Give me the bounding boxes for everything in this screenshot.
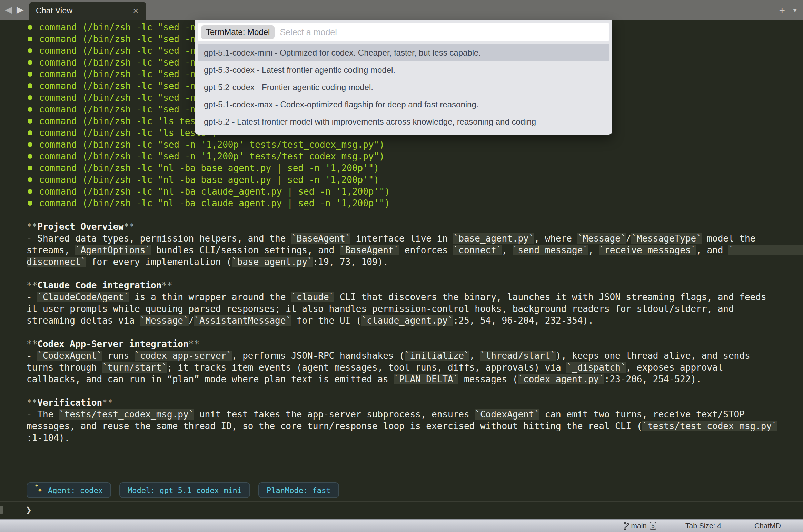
prose-text: unit test fakes the app-server subproces… [194,409,475,420]
prose: **Project Overview**- Shared data types,… [27,221,803,444]
sparkles-icon: ✦✦ [35,485,45,495]
chip-agent[interactable]: ✦✦Agent: codex [27,482,111,498]
command-text: command (/bin/zsh -lc "sed -n '1,200p' t… [39,139,385,150]
inline-code: `Message` [577,233,626,244]
section: **Verification**- The `tests/test_codex_… [27,397,803,444]
inline-code: `CodexAgent` [37,351,102,361]
bullet-icon [28,83,32,88]
palette-input[interactable]: TermMate: Model Select a model [198,23,609,41]
prose-text: for every implementation ( [86,257,232,267]
inline-code: `AssistantMessage` [194,315,291,326]
tab-chat-view[interactable]: Chat View ✕ [29,2,146,20]
bullet-icon [28,107,32,112]
bullet-icon [28,37,32,41]
prose-text: streaming deltas via [27,315,140,326]
bullet-icon [28,25,32,30]
section: **Project Overview**- Shared data types,… [27,221,803,268]
palette-item[interactable]: gpt-5.3-codex - Latest frontier agentic … [198,61,609,79]
bullet-icon [28,119,32,124]
prose-text: can emit two turns, receive text/STOP [539,409,745,420]
inline-code: `tests/test_codex_msg.py` [59,409,194,420]
inline-code: `BaseAgent` [291,233,350,244]
prose-text: , performs JSON-RPC handshakes ( [232,351,405,361]
prose-text: :19, 73, 109). [313,257,388,267]
chip-planmode[interactable]: PlanMode: fast [258,482,339,498]
close-icon[interactable]: ✕ [132,7,139,15]
prose-text: messages, and reuse the same thread ID, … [27,421,642,431]
palette-item[interactable]: gpt-5.2-codex - Frontier agentic coding … [198,79,609,96]
inline-code: `connect` [453,245,502,255]
app-window: ◀ ▶ Chat View ✕ + ▼ command (/bin/zsh -l… [0,0,803,532]
command-text: command (/bin/zsh -lc "nl -ba claude_age… [39,186,390,197]
bullet-icon [28,72,32,77]
prose-text: / [626,233,632,244]
prose-text: model the [702,233,756,244]
command-line: command (/bin/zsh -lc "sed -n '1,200p' t… [27,150,390,162]
sparkle-small: ✦ [35,484,38,488]
bold-marker: ** [27,339,37,349]
palette-item[interactable]: gpt-5.1-codex-mini - Optimized for codex… [198,44,609,61]
command-line: command (/bin/zsh -lc "nl -ba base_agent… [27,162,390,174]
git-branch[interactable]: main 5 [623,521,657,530]
bullet-icon [28,60,32,65]
nav-back-icon[interactable]: ◀ [5,4,12,16]
new-tab-icon[interactable]: + [779,4,785,16]
prose-line: messages, and reuse the same thread ID, … [27,420,803,432]
bullet-icon [28,95,32,100]
palette-placeholder: Select a model [280,27,337,37]
palette-item[interactable]: gpt-5.1-codex-max - Codex-optimized flag… [198,96,609,113]
bold-marker: ** [27,221,37,232]
git-branch-icon [623,521,629,530]
prompt-chevron[interactable]: ❯ [26,502,32,518]
prose-text: is a thin wrapper around the [129,292,291,302]
section-title: **Claude Code integration** [27,279,803,291]
bold-marker: ** [27,280,37,290]
prose-text: , [588,245,599,255]
prose-text: enforces [399,245,453,255]
palette-item[interactable]: gpt-5.2 - Latest frontier model with imp… [198,113,609,130]
inline-code: `base_agent.py` [232,257,313,267]
bullet-icon [28,166,32,170]
inline-code: ` [728,245,803,255]
inline-code: `CodexAgent` [475,409,539,420]
section: **Claude Code integration**- `ClaudeCode… [27,279,803,326]
inline-code: `thread/start` [480,351,556,361]
inline-code: `BaseAgent` [340,245,399,255]
syntax-mode-indicator[interactable]: ChatMD [754,522,781,530]
prose-text: CLI that discovers the binary, launches … [334,292,766,302]
command-line: command (/bin/zsh -lc "sed -n '1,200p' t… [27,139,390,150]
prose-text: - [27,351,37,361]
bullet-icon [28,130,32,135]
tab-overflow-icon[interactable]: ▼ [792,7,798,14]
bold-marker: ** [102,397,113,408]
inline-code: `initialize` [405,351,469,361]
bullet-icon [28,201,32,206]
inline-code: `receive_messages` [599,245,696,255]
prose-line: - `CodexAgent` runs `codex app-server`, … [27,350,803,362]
inline-code: `claude_agent.py` [361,315,453,326]
tab-size-indicator[interactable]: Tab Size: 4 [685,522,721,530]
section-title: **Verification** [27,397,803,408]
prose-text: it user prompts while queuing parsed res… [27,304,734,314]
prose-text: - Shared data types, permission helpers,… [27,233,291,244]
chip-model[interactable]: Model: gpt-5.1-codex-mini [119,482,250,498]
section-title-text: Claude Code integration [37,280,161,290]
section-title-text: Project Overview [37,221,123,232]
command-text: command (/bin/zsh -lc 'ls tests') [39,127,217,139]
section-title: **Project Overview** [27,221,803,233]
inline-code: `Message` [140,315,189,326]
inline-code: disconnect` [27,257,86,267]
prose-text: messages ( [458,374,518,384]
nav-forward-icon[interactable]: ▶ [17,4,24,16]
chip-label: Agent: codex [48,486,103,495]
inline-code: `claude` [291,292,334,302]
section: **Codex App-Server integration**- `Codex… [27,338,803,385]
bullet-icon [28,142,32,147]
prose-line: callbacks, and can run in “plan” mode wh… [27,373,803,385]
prose-text: , [502,245,513,255]
inline-code: `codex_agent.py` [518,374,604,384]
prose-line: disconnect` for every implementation (`b… [27,256,803,268]
command-text: command (/bin/zsh -lc "nl -ba base_agent… [39,162,379,174]
command-palette: TermMate: Model Select a model gpt-5.1-c… [195,20,612,135]
prose-text: bundles CLI/session settings, and [151,245,340,255]
